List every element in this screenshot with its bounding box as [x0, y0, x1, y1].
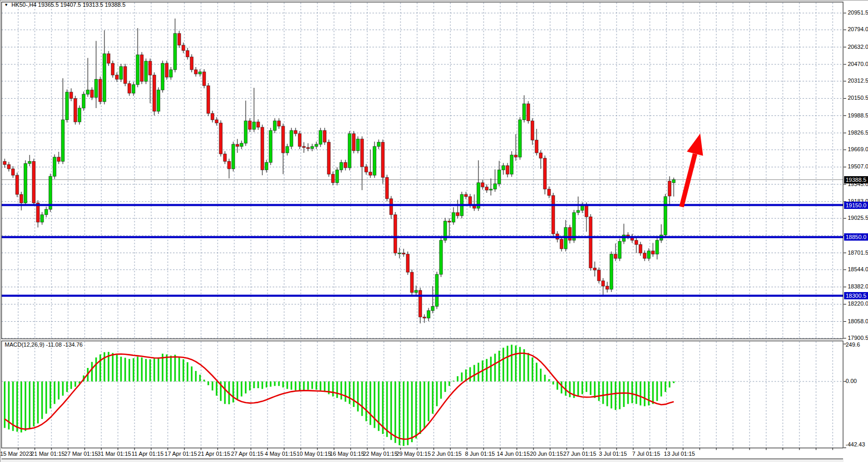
price-axis-label: 19025.5: [848, 215, 868, 221]
date-axis-label: 8 Jun 01:15: [465, 451, 495, 457]
symbol-title: HK50-,H4: [11, 2, 36, 8]
date-axis-label: 11 Apr 01:15: [131, 451, 164, 457]
price-axis-label: 20794.0: [848, 26, 868, 32]
price-axis-label: 19669.0: [848, 146, 868, 152]
level-price-label[interactable]: 19150.0: [844, 202, 868, 209]
macd-axis-label: -442.43: [846, 441, 865, 447]
date-axis-label: 3 Jul 01:15: [599, 451, 627, 457]
date-axis-label: 20 Jun 01:15: [530, 451, 563, 457]
date-axis-label: 21 Mar 01:15: [31, 451, 65, 457]
price-axis-label: 18382.0: [848, 283, 868, 289]
price-axis-label: 19988.5: [848, 112, 868, 118]
symbol-bar: ▼HK50-,H4 19365.5 19407.5 19313.5 19388.…: [4, 2, 126, 8]
date-axis-label: 7 Jul 01:15: [632, 451, 660, 457]
macd-axis-label: 249.6: [846, 341, 860, 348]
price-axis-label: 18701.5: [848, 249, 868, 256]
chart-window: ▼HK50-,H4 19365.5 19407.5 19313.5 19388.…: [0, 0, 868, 462]
macd-axis-label: 0.00: [846, 378, 857, 384]
price-axis-label: 19507.0: [848, 163, 868, 169]
price-axis-label: 18058.0: [848, 318, 868, 324]
date-axis-label: 13 Jul 01:15: [664, 451, 695, 457]
date-axis-label: 27 Apr 01:15: [231, 451, 263, 457]
price-axis-label: 17900.5: [848, 335, 868, 341]
macd-indicator-label: MACD(12,26,9) -11.08 -134.76: [5, 341, 83, 348]
date-axis-label: 4 May 01:15: [265, 451, 297, 457]
date-axis-label: 2 Jun 01:15: [432, 451, 462, 457]
price-axis-label: 20470.0: [848, 61, 868, 67]
chart-canvas[interactable]: [1, 1, 868, 462]
price-axis-label: 20150.5: [848, 95, 868, 101]
current-price-label: 19388.5: [844, 176, 868, 183]
price-axis-label: 19826.5: [848, 129, 868, 136]
price-axis-label: 18220.0: [848, 300, 868, 307]
price-axis-label: 20312.5: [848, 77, 868, 84]
date-axis-label: 27 Jun 01:15: [563, 451, 596, 457]
date-axis-label: 17 Apr 01:15: [165, 451, 197, 457]
level-price-label[interactable]: 18300.5: [844, 292, 868, 299]
date-axis-label: 22 May 01:15: [363, 451, 398, 457]
date-axis-label: 31 Mar 01:15: [98, 451, 131, 457]
date-axis-label: 14 Jun 01:15: [497, 451, 530, 457]
date-axis-label: 16 May 01:15: [330, 451, 365, 457]
price-axis-label: 18544.0: [848, 266, 868, 272]
date-axis-label: 10 May 01:15: [297, 451, 331, 457]
chevron-down-icon[interactable]: ▼: [4, 3, 8, 7]
date-axis-label: 29 May 01:15: [396, 451, 431, 457]
date-axis-label: 15 Mar 2023: [0, 451, 32, 457]
date-axis-label: 21 Apr 01:15: [198, 451, 230, 457]
price-axis-label: 20951.5: [848, 9, 868, 16]
level-price-label[interactable]: 18850.0: [844, 233, 868, 241]
symbol-quotes: 19365.5 19407.5 19313.5 19388.5: [38, 2, 125, 8]
date-axis-label: 27 Mar 01:15: [64, 451, 98, 457]
price-axis-label: 20632.0: [848, 44, 868, 50]
